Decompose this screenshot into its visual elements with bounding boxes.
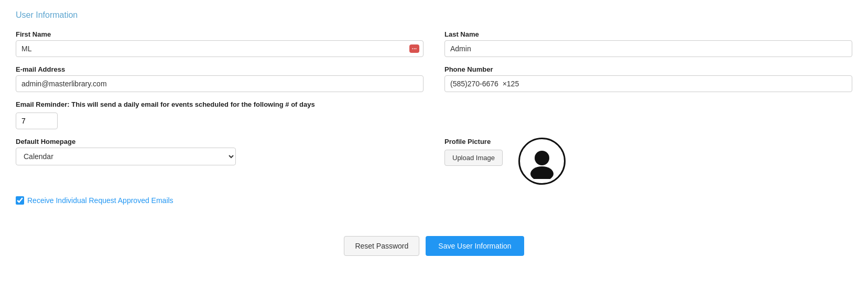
- form-layout: First Name ··· Last Name E-mail Address …: [16, 30, 852, 205]
- avatar-icon: [524, 143, 560, 179]
- first-name-label: First Name: [16, 30, 424, 38]
- receive-emails-checkbox[interactable]: [16, 196, 24, 205]
- checkbox-group: Receive Individual Request Approved Emai…: [16, 196, 852, 205]
- upload-image-button[interactable]: Upload Image: [444, 150, 503, 166]
- profile-section: Profile Picture Upload Image: [444, 138, 852, 185]
- email-reminder-input[interactable]: [16, 113, 58, 129]
- save-user-information-button[interactable]: Save User Information: [426, 236, 524, 256]
- phone-input[interactable]: [444, 75, 852, 92]
- email-group: E-mail Address: [16, 65, 424, 92]
- receive-emails-label[interactable]: Receive Individual Request Approved Emai…: [27, 196, 173, 205]
- last-name-input[interactable]: [444, 40, 852, 57]
- email-label: E-mail Address: [16, 65, 424, 73]
- first-name-wrapper: ···: [16, 40, 424, 57]
- first-name-group: First Name ···: [16, 30, 424, 57]
- profile-left: Profile Picture Upload Image: [444, 138, 503, 166]
- page-container: User Information First Name ··· Last Nam…: [0, 0, 868, 292]
- phone-label: Phone Number: [444, 65, 852, 73]
- default-homepage-select[interactable]: Calendar Dashboard Events Reports: [16, 148, 236, 165]
- last-name-group: Last Name: [444, 30, 852, 57]
- default-homepage-label: Default Homepage: [16, 138, 424, 145]
- footer-buttons: Reset Password Save User Information: [16, 236, 852, 256]
- reset-password-button[interactable]: Reset Password: [344, 236, 419, 256]
- phone-group: Phone Number: [444, 65, 852, 92]
- first-name-input[interactable]: [16, 40, 424, 57]
- last-name-label: Last Name: [444, 30, 852, 38]
- email-reminder-group: Email Reminder: This will send a daily e…: [16, 100, 424, 129]
- empty-right-1: [444, 100, 852, 129]
- profile-picture-label: Profile Picture: [444, 138, 503, 145]
- section-title: User Information: [16, 10, 852, 20]
- default-homepage-group: Default Homepage Calendar Dashboard Even…: [16, 138, 424, 185]
- profile-avatar: [518, 138, 566, 185]
- svg-point-1: [530, 166, 554, 179]
- email-input[interactable]: [16, 75, 424, 92]
- svg-point-0: [535, 151, 549, 165]
- email-reminder-label: Email Reminder: This will send a daily e…: [16, 100, 424, 108]
- first-name-badge[interactable]: ···: [409, 44, 419, 53]
